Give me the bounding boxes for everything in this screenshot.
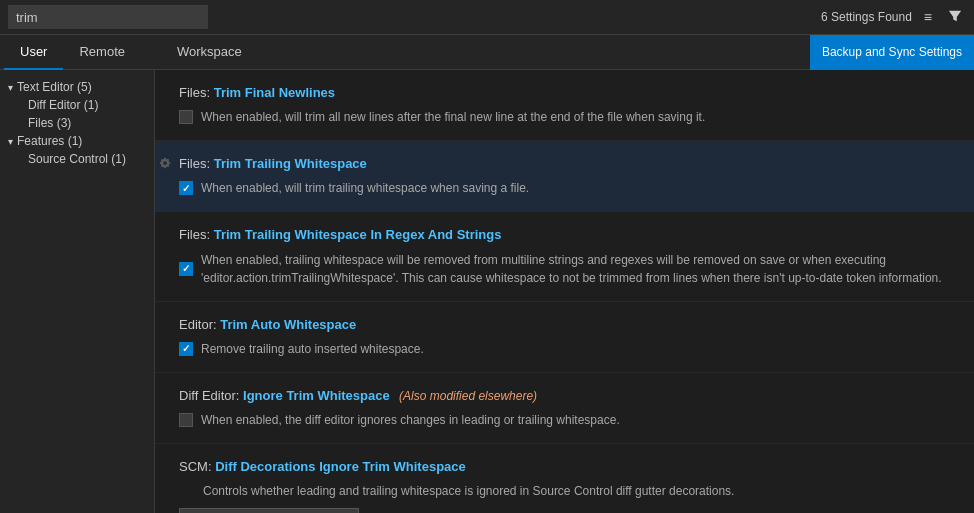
main-layout: ▾ Text Editor (5) Diff Editor (1) Files … (0, 70, 974, 513)
filter-funnel-icon-button[interactable] (944, 7, 966, 28)
trim-auto-whitespace-description: Remove trailing auto inserted whitespace… (201, 340, 424, 358)
top-bar: trim 6 Settings Found ≡ (0, 0, 974, 35)
trim-whitespace-regex-checkbox[interactable] (179, 262, 193, 276)
sidebar-group-features-label: Features (1) (17, 134, 82, 148)
tab-workspace-label: Workspace (177, 44, 242, 59)
setting-diff-decorations-label: SCM: Diff Decorations Ignore Trim Whites… (179, 458, 950, 476)
setting-trim-final-newlines: Files: Trim Final Newlines When enabled,… (155, 70, 974, 141)
sidebar-item-files[interactable]: Files (3) (0, 114, 154, 132)
filter-list-icon: ≡ (924, 9, 932, 25)
sidebar-group-text-editor-label: Text Editor (5) (17, 80, 92, 94)
sidebar-item-source-control[interactable]: Source Control (1) (0, 150, 154, 168)
setting-trim-trailing-whitespace: Files: Trim Trailing Whitespace When ena… (155, 141, 974, 212)
chevron-down-icon-features: ▾ (8, 136, 13, 147)
tab-remote[interactable]: Remote (63, 35, 141, 70)
diff-decorations-dropdown-container: false true inherit ▾ (179, 508, 359, 513)
tab-remote-label: Remote (79, 44, 125, 59)
sidebar: ▾ Text Editor (5) Diff Editor (1) Files … (0, 70, 155, 513)
trim-trailing-whitespace-description: When enabled, will trim trailing whitesp… (201, 179, 529, 197)
tab-user-label: User (20, 44, 47, 59)
trim-whitespace-regex-checkbox-wrapper: When enabled, trailing whitespace will b… (179, 251, 950, 287)
setting-trim-auto-whitespace: Editor: Trim Auto Whitespace Remove trai… (155, 302, 974, 373)
setting-ignore-trim-whitespace-label: Diff Editor: Ignore Trim Whitespace (Als… (179, 387, 950, 405)
tab-user[interactable]: User (4, 35, 63, 70)
ignore-trim-whitespace-description: When enabled, the diff editor ignores ch… (201, 411, 620, 429)
diff-decorations-description: Controls whether leading and trailing wh… (203, 482, 950, 500)
trim-trailing-whitespace-checkbox-wrapper: When enabled, will trim trailing whitesp… (179, 179, 950, 197)
trim-auto-whitespace-checkbox[interactable] (179, 342, 193, 356)
sidebar-item-diff-editor[interactable]: Diff Editor (1) (0, 96, 154, 114)
search-input[interactable]: trim (8, 5, 208, 29)
setting-trim-whitespace-regex: Files: Trim Trailing Whitespace In Regex… (155, 212, 974, 301)
trim-final-newlines-checkbox[interactable] (179, 110, 193, 124)
setting-trim-whitespace-regex-label: Files: Trim Trailing Whitespace In Regex… (179, 226, 950, 244)
settings-content: Files: Trim Final Newlines When enabled,… (155, 70, 974, 513)
tab-workspace[interactable]: Workspace (161, 35, 258, 70)
trim-trailing-whitespace-checkbox[interactable] (179, 181, 193, 195)
backup-sync-button[interactable]: Backup and Sync Settings (810, 35, 974, 70)
trim-whitespace-regex-description: When enabled, trailing whitespace will b… (201, 251, 950, 287)
setting-trim-final-newlines-label: Files: Trim Final Newlines (179, 84, 950, 102)
trim-final-newlines-description: When enabled, will trim all new lines af… (201, 108, 705, 126)
gear-icon[interactable] (159, 157, 171, 172)
sidebar-item-files-label: Files (3) (28, 116, 71, 130)
filter-funnel-icon (948, 9, 962, 26)
chevron-down-icon: ▾ (8, 82, 13, 93)
setting-trim-auto-whitespace-label: Editor: Trim Auto Whitespace (179, 316, 950, 334)
setting-diff-decorations-ignore-trim: SCM: Diff Decorations Ignore Trim Whites… (155, 444, 974, 513)
search-right: 6 Settings Found ≡ (821, 7, 966, 28)
sidebar-item-source-control-label: Source Control (1) (28, 152, 126, 166)
filter-list-icon-button[interactable]: ≡ (920, 7, 936, 27)
ignore-trim-whitespace-checkbox[interactable] (179, 413, 193, 427)
setting-ignore-trim-whitespace: Diff Editor: Ignore Trim Whitespace (Als… (155, 373, 974, 444)
sidebar-group-text-editor[interactable]: ▾ Text Editor (5) (0, 78, 154, 96)
sidebar-item-diff-editor-label: Diff Editor (1) (28, 98, 98, 112)
trim-final-newlines-checkbox-wrapper: When enabled, will trim all new lines af… (179, 108, 950, 126)
trim-auto-whitespace-checkbox-wrapper: Remove trailing auto inserted whitespace… (179, 340, 950, 358)
setting-trim-trailing-whitespace-label: Files: Trim Trailing Whitespace (179, 155, 950, 173)
diff-decorations-dropdown-wrapper: false true inherit ▾ (179, 508, 950, 513)
settings-found-text: 6 Settings Found (821, 10, 912, 24)
tab-bar: User Remote Workspace Backup and Sync Se… (0, 35, 974, 70)
diff-decorations-dropdown[interactable]: false true inherit (179, 508, 359, 513)
sidebar-group-features[interactable]: ▾ Features (1) (0, 132, 154, 150)
ignore-trim-whitespace-checkbox-wrapper: When enabled, the diff editor ignores ch… (179, 411, 950, 429)
